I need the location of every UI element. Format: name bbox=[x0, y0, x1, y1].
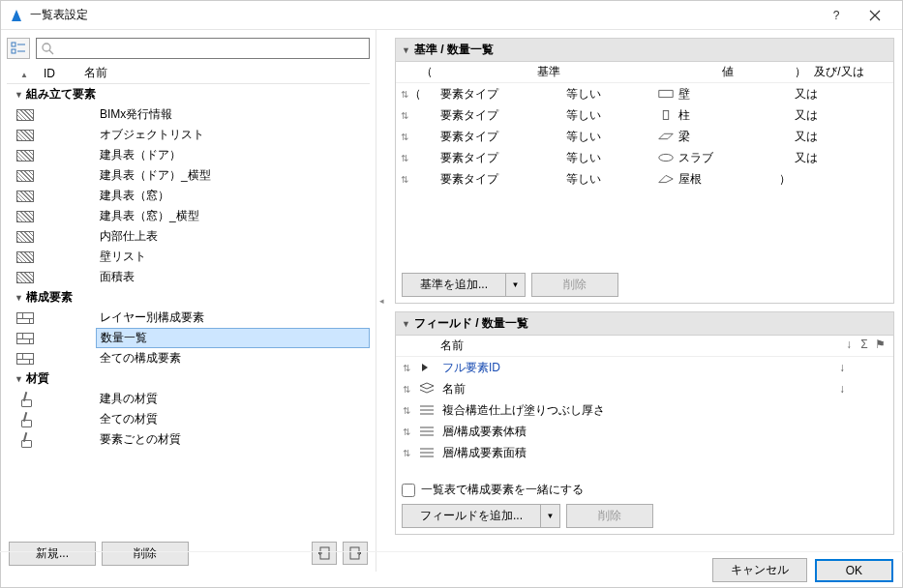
criteria-box: （ 基準 値 ） 及び/又は ⇅（要素タイプ等しい壁又は⇅要素タイプ等しい柱又は… bbox=[395, 62, 894, 304]
app-logo-icon bbox=[9, 8, 24, 23]
hatch-icon bbox=[15, 272, 36, 283]
field-row[interactable]: ⇅名前↓ bbox=[396, 378, 893, 399]
fields-box: 名前 ↓ Σ ⚑ ⇅フル要素ID↓⇅名前↓⇅複合構造仕上げ塗りつぶし厚さ⇅層/構… bbox=[395, 336, 894, 535]
beam-icon bbox=[653, 130, 678, 143]
ok-button[interactable]: OK bbox=[815, 559, 893, 582]
flag-indicator-icon: ⚑ bbox=[872, 338, 888, 354]
add-criteria-dropdown[interactable]: ▼ bbox=[506, 273, 526, 297]
lines-icon bbox=[417, 425, 436, 438]
add-field-dropdown[interactable]: ▼ bbox=[541, 504, 560, 528]
paint-icon bbox=[15, 393, 36, 406]
right-panel: ▼基準 / 数量一覧 （ 基準 値 ） 及び/又は ⇅（要素タイプ等しい壁又は⇅… bbox=[387, 30, 902, 572]
tree-item[interactable]: 建具表（窓） bbox=[7, 186, 370, 206]
arrow-icon bbox=[417, 361, 436, 374]
titlebar: 一覧表設定 ? bbox=[1, 1, 902, 30]
svg-rect-9 bbox=[663, 111, 668, 120]
dialog-footer: キャンセル OK bbox=[0, 551, 903, 588]
column-icon bbox=[653, 108, 678, 122]
tree-group[interactable]: ▼材質 bbox=[7, 368, 370, 389]
svg-rect-1 bbox=[12, 43, 15, 46]
layers-icon bbox=[417, 382, 436, 396]
close-button[interactable] bbox=[856, 1, 894, 30]
schedule-tree[interactable]: ▼組み立て要素BIMx発行情報オブジェクトリスト建具表（ドア）建具表（ドア）_横… bbox=[7, 84, 370, 536]
hatch-icon bbox=[15, 150, 36, 162]
tree-item[interactable]: オブジェクトリスト bbox=[7, 125, 370, 145]
brick-icon bbox=[15, 312, 36, 324]
hatch-icon bbox=[15, 251, 36, 263]
delete-criteria-button[interactable]: 削除 bbox=[531, 273, 618, 297]
field-row[interactable]: ⇅フル要素ID↓ bbox=[396, 357, 893, 378]
col-criteria: 基準 bbox=[433, 64, 665, 80]
brick-icon bbox=[15, 333, 36, 344]
lines-icon bbox=[417, 446, 436, 459]
merge-components-checkbox[interactable] bbox=[402, 484, 415, 497]
criteria-row[interactable]: ⇅要素タイプ等しい柱又は bbox=[396, 104, 893, 126]
svg-marker-0 bbox=[12, 10, 21, 21]
col-value: 値 bbox=[665, 64, 791, 80]
hatch-icon bbox=[15, 231, 36, 243]
criteria-row[interactable]: ⇅要素タイプ等しい屋根） bbox=[396, 168, 893, 190]
field-row[interactable]: ⇅層/構成要素体積 bbox=[396, 421, 893, 442]
fields-header[interactable]: ▼フィールド / 数量一覧 bbox=[395, 311, 894, 336]
help-button[interactable]: ? bbox=[817, 1, 856, 30]
tree-item[interactable]: 数量一覧 bbox=[7, 328, 370, 348]
tree-item[interactable]: 全ての構成要素 bbox=[7, 348, 370, 368]
svg-rect-2 bbox=[12, 49, 15, 53]
col-andor: 及び/又は bbox=[810, 64, 868, 80]
search-icon bbox=[41, 42, 54, 55]
paint-icon bbox=[15, 433, 36, 447]
wall-icon bbox=[653, 87, 678, 101]
col-id[interactable]: ID bbox=[7, 67, 84, 80]
window-title: 一覧表設定 bbox=[30, 7, 817, 23]
fields-col-name: 名前 bbox=[402, 338, 841, 354]
tree-item[interactable]: 建具の材質 bbox=[7, 389, 370, 409]
criteria-header[interactable]: ▼基準 / 数量一覧 bbox=[395, 38, 894, 62]
roof-icon bbox=[653, 172, 678, 186]
tree-item[interactable]: 建具表（窓）_横型 bbox=[7, 206, 370, 226]
tree-item[interactable]: 壁リスト bbox=[7, 247, 370, 267]
lines-icon bbox=[417, 403, 436, 417]
delete-field-button[interactable]: 削除 bbox=[566, 504, 653, 528]
tree-group[interactable]: ▼構成要素 bbox=[7, 287, 370, 308]
col-open-paren: （ bbox=[421, 64, 433, 80]
hatch-icon bbox=[15, 191, 36, 202]
col-name[interactable]: 名前 bbox=[84, 65, 370, 81]
tree-group[interactable]: ▼組み立て要素 bbox=[7, 84, 370, 104]
tree-item[interactable]: 建具表（ドア）_横型 bbox=[7, 165, 370, 186]
paint-icon bbox=[15, 413, 36, 426]
search-field[interactable] bbox=[36, 38, 370, 59]
tree-item[interactable]: 全ての材質 bbox=[7, 409, 370, 429]
sort-indicator-icon: ↓ bbox=[841, 338, 857, 354]
tree-view-toggle[interactable] bbox=[7, 38, 30, 59]
left-panel: ID 名前 ▼組み立て要素BIMx発行情報オブジェクトリスト建具表（ドア）建具表… bbox=[1, 30, 376, 572]
add-criteria-button[interactable]: 基準を追加... bbox=[402, 273, 506, 297]
slab-icon bbox=[653, 151, 678, 164]
splitter[interactable] bbox=[376, 30, 387, 572]
hatch-icon bbox=[15, 211, 36, 222]
criteria-row[interactable]: ⇅要素タイプ等しい梁又は bbox=[396, 126, 893, 147]
hatch-icon bbox=[15, 109, 36, 121]
criteria-row[interactable]: ⇅要素タイプ等しいスラブ又は bbox=[396, 147, 893, 168]
search-input[interactable] bbox=[58, 40, 369, 57]
list-header: ID 名前 bbox=[7, 63, 370, 84]
tree-item[interactable]: レイヤー別構成要素 bbox=[7, 308, 370, 328]
brick-icon bbox=[15, 353, 36, 365]
tree-item[interactable]: 内部仕上表 bbox=[7, 226, 370, 247]
svg-point-5 bbox=[43, 44, 50, 51]
tree-item[interactable]: 面積表 bbox=[7, 267, 370, 287]
tree-item[interactable]: BIMx発行情報 bbox=[7, 104, 370, 125]
svg-line-6 bbox=[49, 50, 53, 54]
criteria-row[interactable]: ⇅（要素タイプ等しい壁又は bbox=[396, 83, 893, 104]
field-row[interactable]: ⇅層/構成要素面積 bbox=[396, 442, 893, 463]
field-row[interactable]: ⇅複合構造仕上げ塗りつぶし厚さ bbox=[396, 399, 893, 421]
col-close-paren: ） bbox=[791, 64, 810, 80]
add-field-button[interactable]: フィールドを追加... bbox=[402, 504, 541, 528]
hatch-icon bbox=[15, 130, 36, 141]
tree-item[interactable]: 建具表（ドア） bbox=[7, 145, 370, 165]
cancel-button[interactable]: キャンセル bbox=[712, 558, 807, 582]
svg-point-10 bbox=[659, 154, 673, 161]
tree-item[interactable]: 要素ごとの材質 bbox=[7, 429, 370, 450]
merge-components-label: 一覧表で構成要素を一緒にする bbox=[421, 482, 584, 498]
sum-indicator-icon: Σ bbox=[857, 338, 872, 354]
hatch-icon bbox=[15, 170, 36, 182]
